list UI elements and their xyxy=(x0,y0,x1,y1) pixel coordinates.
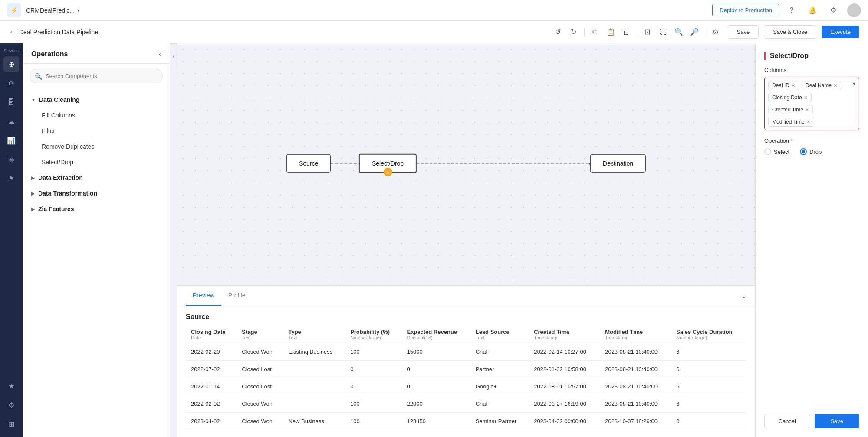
pipeline-canvas[interactable]: Source › Select/Drop ⚠ › xyxy=(177,43,755,285)
radio-drop-circle xyxy=(800,148,807,155)
cell-sales-cycle: 6 xyxy=(671,343,746,361)
sidebar-star-icon[interactable]: ★ xyxy=(3,378,19,394)
cell-sales-cycle: 0 xyxy=(671,413,746,430)
search-input[interactable] xyxy=(30,69,163,83)
remove-closing-date-button[interactable]: ✕ xyxy=(804,95,808,101)
notifications-icon[interactable]: 🔔 xyxy=(806,3,819,17)
category-data-transformation[interactable]: ▶ Data Transformation xyxy=(23,186,170,201)
connector-1: › xyxy=(331,160,359,167)
right-save-button[interactable]: Save xyxy=(815,414,860,428)
collapse-operations-button[interactable]: ‹ xyxy=(159,50,161,58)
item-select-drop[interactable]: Select/Drop xyxy=(23,154,170,170)
remove-deal-id-button[interactable]: ✕ xyxy=(791,83,795,88)
radio-select-option[interactable]: Select xyxy=(764,148,789,155)
sidebar-add-icon[interactable]: ⊞ xyxy=(3,416,19,432)
select-drop-node[interactable]: Select/Drop ⚠ xyxy=(359,154,417,173)
sidebar-cloud-icon[interactable]: ☁ xyxy=(3,114,19,129)
help-icon[interactable]: ? xyxy=(785,3,799,17)
preview-section: Preview Profile ⌄ Source Closing DateDat… xyxy=(177,285,755,437)
remove-deal-name-button[interactable]: ✕ xyxy=(833,83,837,88)
cell-closing-date: 2023-04-02 xyxy=(186,413,237,430)
radio-drop-option[interactable]: Drop xyxy=(800,148,822,155)
execute-button[interactable]: Execute xyxy=(822,26,859,38)
cell-stage: Closed Lost xyxy=(237,361,283,378)
remove-modified-time-button[interactable]: ✕ xyxy=(806,119,810,125)
redo-icon[interactable]: ↻ xyxy=(567,25,581,39)
back-button[interactable]: ← Deal Prediction Data Pipeline xyxy=(9,27,98,36)
category-data-cleaning[interactable]: ▼ Data Cleaning xyxy=(23,92,170,108)
sidebar-settings-icon[interactable]: ⚙ xyxy=(3,397,19,413)
undo-icon[interactable]: ↺ xyxy=(551,25,565,39)
cell-expected-revenue: 0 xyxy=(401,378,470,395)
fullscreen-icon[interactable]: ⛶ xyxy=(656,25,670,39)
tab-preview[interactable]: Preview xyxy=(186,286,221,306)
column-tag-created-time: Created Time ✕ xyxy=(768,105,813,114)
item-fill-columns[interactable]: Fill Columns xyxy=(23,108,170,123)
cell-type xyxy=(283,378,345,395)
cell-closing-date: 2022-01-14 xyxy=(186,378,237,395)
cancel-button[interactable]: Cancel xyxy=(764,414,810,428)
save-button[interactable]: Save xyxy=(728,25,759,39)
item-filter[interactable]: Filter xyxy=(23,123,170,139)
sidebar-analytics-icon[interactable]: 📊 xyxy=(3,133,19,148)
columns-dropdown-icon[interactable]: ▾ xyxy=(853,81,855,87)
preview-collapse-button[interactable]: ⌄ xyxy=(741,292,746,300)
cell-created-time: 2022-01-02 10:58:00 xyxy=(529,361,600,378)
cell-expected-revenue: 15000 xyxy=(401,343,470,361)
remove-created-time-button[interactable]: ✕ xyxy=(805,107,809,113)
cell-expected-revenue: 0 xyxy=(401,361,470,378)
settings-icon[interactable]: ⚙ xyxy=(826,3,840,17)
avatar[interactable] xyxy=(847,3,861,17)
cell-probability: 100 xyxy=(345,395,401,413)
cell-created-time: 2022-08-01 10:57:00 xyxy=(529,378,600,395)
cell-created-time: 2022-01-27 16:19:00 xyxy=(529,395,600,413)
cell-probability: 100 xyxy=(345,343,401,361)
delete-icon[interactable]: 🗑 xyxy=(619,25,633,39)
app-title[interactable]: CRMDealPredic... ▾ xyxy=(26,7,80,14)
sidebar-pipeline-icon[interactable]: ⟳ xyxy=(3,75,19,91)
app-title-dropdown-icon[interactable]: ▾ xyxy=(77,7,80,13)
divider-1 xyxy=(584,28,585,36)
right-panel-title: Select/Drop xyxy=(764,52,859,60)
deploy-to-production-button[interactable]: Deploy to Production xyxy=(712,4,779,16)
question-icon[interactable]: ⊙ xyxy=(709,25,723,39)
source-label: Source xyxy=(299,160,318,167)
fit-screen-icon[interactable]: ⊡ xyxy=(641,25,654,39)
clipboard-icon[interactable]: 📋 xyxy=(604,25,618,39)
cell-type: Existing Business xyxy=(283,343,345,361)
source-node[interactable]: Source xyxy=(286,154,331,173)
canvas-area: Source › Select/Drop ⚠ › xyxy=(177,43,755,437)
sidebar-network-icon[interactable]: ⊛ xyxy=(3,152,19,167)
operation-radio-group: Select Drop xyxy=(764,148,859,155)
cell-created-time: 2022-02-14 10:27:00 xyxy=(529,343,600,361)
sidebar-home-icon[interactable]: ⊕ xyxy=(3,56,19,72)
divider-3 xyxy=(705,28,705,36)
services-label: Services xyxy=(4,49,19,53)
table-row: 2022-07-02 Closed Lost 0 0 Partner 2022-… xyxy=(186,361,746,378)
operation-label: Operation * xyxy=(764,137,859,144)
pipeline-title: Deal Prediction Data Pipeline xyxy=(19,29,98,36)
app-name: CRMDealPredic... xyxy=(26,7,75,14)
save-close-button[interactable]: Save & Close xyxy=(764,25,816,39)
category-label: Zia Features xyxy=(38,205,74,212)
data-table: Closing DateDate StageText TypeText Prob… xyxy=(186,326,746,430)
zoom-out-icon[interactable]: 🔎 xyxy=(687,25,701,39)
category-label: Data Extraction xyxy=(38,174,83,181)
source-section-label: Source xyxy=(186,313,746,321)
zoom-in-icon[interactable]: 🔍 xyxy=(672,25,686,39)
sidebar-database-icon[interactable]: 🗄 xyxy=(3,95,19,110)
right-panel-actions: Cancel Save xyxy=(764,405,859,428)
destination-node[interactable]: Destination xyxy=(590,154,646,173)
tab-profile[interactable]: Profile xyxy=(221,286,253,306)
cell-modified-time: 2023-08-21 10:40:00 xyxy=(600,343,671,361)
columns-label: Columns xyxy=(764,67,859,73)
category-data-extraction[interactable]: ▶ Data Extraction xyxy=(23,170,170,186)
category-zia-features[interactable]: ▶ Zia Features xyxy=(23,201,170,217)
item-remove-duplicates[interactable]: Remove Duplicates xyxy=(23,139,170,154)
cell-type xyxy=(283,361,345,378)
sidebar-flag-icon[interactable]: ⚑ xyxy=(3,171,19,186)
copy-icon[interactable]: ⧉ xyxy=(588,25,602,39)
toolbar-icons: ↺ ↻ ⧉ 📋 🗑 ⊡ ⛶ 🔍 🔎 ⊙ xyxy=(551,25,723,39)
collapse-panel-button[interactable]: ‹ xyxy=(170,43,177,69)
warning-dot: ⚠ xyxy=(383,168,392,176)
